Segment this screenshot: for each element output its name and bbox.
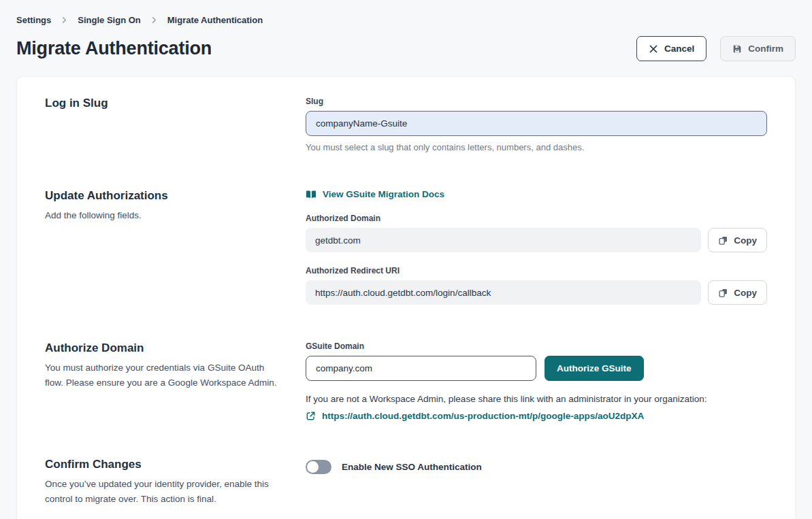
section-heading-login-slug: Log in Slug <box>45 97 306 110</box>
section-heading-confirm-changes: Confirm Changes <box>45 458 306 471</box>
settings-card: Log in Slug Slug You must select a slug … <box>16 76 796 519</box>
breadcrumb-migrate-authentication: Migrate Authentication <box>167 15 263 25</box>
authorized-redirect-uri-label: Authorized Redirect URI <box>306 266 767 275</box>
breadcrumb-settings[interactable]: Settings <box>16 15 51 25</box>
slug-input[interactable] <box>306 111 767 136</box>
view-gsuite-migration-docs-link[interactable]: View GSuite Migration Docs <box>306 189 444 199</box>
gsuite-domain-label: GSuite Domain <box>306 341 767 351</box>
section-authorize-domain: Authorize Domain You must authorize your… <box>45 341 767 421</box>
confirm-button[interactable]: Confirm <box>720 36 796 61</box>
chevron-right-icon <box>150 16 158 24</box>
copy-authorized-domain-button[interactable]: Copy <box>708 228 767 252</box>
save-icon <box>732 44 742 54</box>
section-desc-confirm-changes: Once you’ve updated your identity provid… <box>45 477 280 507</box>
enable-new-sso-toggle[interactable] <box>306 460 331 474</box>
toggle-knob <box>307 461 319 473</box>
section-heading-authorize-domain: Authorize Domain <box>45 341 306 355</box>
enable-new-sso-toggle-label: Enable New SSO Authentication <box>342 462 482 472</box>
breadcrumb-single-sign-on[interactable]: Single Sign On <box>78 15 140 25</box>
copy-redirect-uri-button[interactable]: Copy <box>708 280 767 305</box>
docs-link-label: View GSuite Migration Docs <box>323 189 444 199</box>
page-title: Migrate Authentication <box>16 38 212 59</box>
authorized-redirect-uri-value: https://auth.cloud.getdbt.com/login/call… <box>306 280 701 305</box>
copy-icon <box>718 235 728 246</box>
cancel-button-label: Cancel <box>664 44 694 54</box>
authorize-gsuite-button[interactable]: Authorize GSuite <box>545 356 644 381</box>
book-icon <box>306 190 316 199</box>
cancel-button[interactable]: Cancel <box>636 36 707 61</box>
admin-share-link-url: https://auth.cloud.getdbt.com/us-product… <box>322 411 644 421</box>
admin-share-link[interactable]: https://auth.cloud.getdbt.com/us-product… <box>306 411 767 421</box>
confirm-button-label: Confirm <box>748 44 783 54</box>
copy-button-label: Copy <box>734 288 757 298</box>
external-link-icon <box>306 411 316 421</box>
section-login-slug: Log in Slug Slug You must select a slug … <box>45 97 767 152</box>
x-icon <box>649 44 658 54</box>
gsuite-domain-input[interactable] <box>306 356 536 381</box>
authorize-gsuite-button-label: Authorize GSuite <box>557 363 632 373</box>
workspace-admin-note: If you are not a Workspace Admin, please… <box>306 392 767 406</box>
section-heading-update-authorizations: Update Authorizations <box>45 189 306 203</box>
authorized-domain-value: getdbt.com <box>306 228 701 252</box>
section-confirm-changes: Confirm Changes Once you’ve updated your… <box>45 458 767 507</box>
authorized-domain-label: Authorized Domain <box>306 214 767 223</box>
breadcrumb: Settings Single Sign On Migrate Authenti… <box>16 12 796 32</box>
copy-icon <box>718 288 728 298</box>
section-desc-authorize-domain: You must authorize your credentials via … <box>45 361 280 390</box>
page-header: Migrate Authentication Cancel <box>16 36 796 61</box>
chevron-right-icon <box>61 16 68 24</box>
copy-button-label: Copy <box>734 235 757 246</box>
slug-label: Slug <box>306 97 767 106</box>
header-actions: Cancel Confirm <box>636 36 796 61</box>
slug-help-text: You must select a slug that only contain… <box>306 142 767 152</box>
migrate-authentication-page: Settings Single Sign On Migrate Authenti… <box>0 0 812 519</box>
section-desc-update-authorizations: Add the following fields. <box>45 208 280 223</box>
section-update-authorizations: Update Authorizations Add the following … <box>45 189 767 305</box>
